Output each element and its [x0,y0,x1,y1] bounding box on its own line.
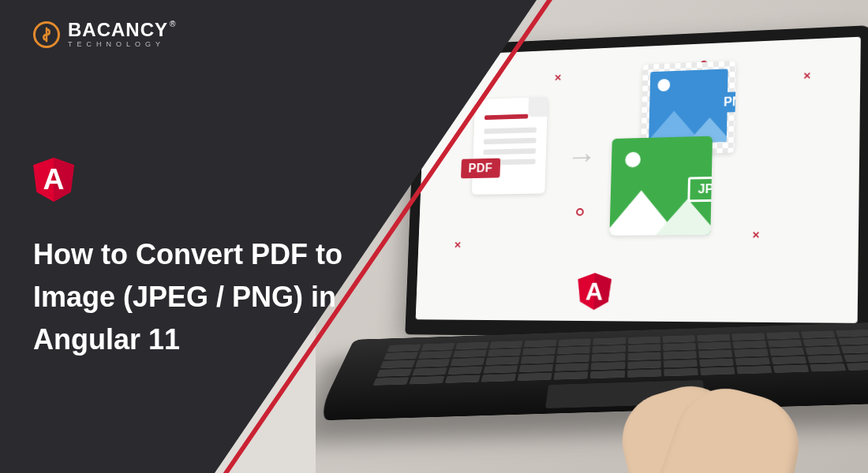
pdf-label: PDF [461,158,500,179]
jpg-file-icon: JPG [609,136,713,236]
svg-text:A: A [586,277,604,304]
svg-text:A: A [43,162,65,196]
pdf-text-line [484,138,537,144]
promo-banner: ✕ ✕ ✕ ✕ [0,0,868,473]
jpg-label: JPG [687,177,713,203]
arrow-right-icon: → [566,140,597,174]
angular-logo-icon: A [33,158,74,202]
decor-cross-icon: ✕ [554,73,562,84]
png-label: PNG [716,91,736,112]
decor-cross-icon: ✕ [752,229,760,240]
sun-icon [657,79,670,91]
pdf-text-line [484,127,537,134]
laptop-screen: ✕ ✕ ✕ ✕ [416,37,861,323]
angular-logo-icon: A [577,273,612,310]
brand-subtitle: TECHNOLOGY [68,41,175,48]
decor-circle-icon [576,208,584,216]
pdf-file-icon: PDF [472,97,548,195]
decor-cross-icon: ✕ [803,70,811,81]
brand-logo-mark-icon [33,21,60,48]
decor-cross-icon: ✕ [454,240,462,250]
brand-logo: BACANCY® TECHNOLOGY [33,20,175,48]
laptop-keyboard [373,330,868,385]
screen-illustration: ✕ ✕ ✕ ✕ [416,37,861,323]
brand-name: BACANCY [68,19,168,40]
brand-logo-text: BACANCY® TECHNOLOGY [68,20,175,48]
pdf-text-line [483,148,536,155]
registered-mark: ® [170,20,175,28]
pdf-heading-line [485,114,528,120]
mountain-icon [654,199,713,236]
laptop-base [316,322,868,421]
sun-icon [625,152,641,168]
banner-heading: How to Convert PDF to Image (JPEG / PNG)… [33,233,365,361]
